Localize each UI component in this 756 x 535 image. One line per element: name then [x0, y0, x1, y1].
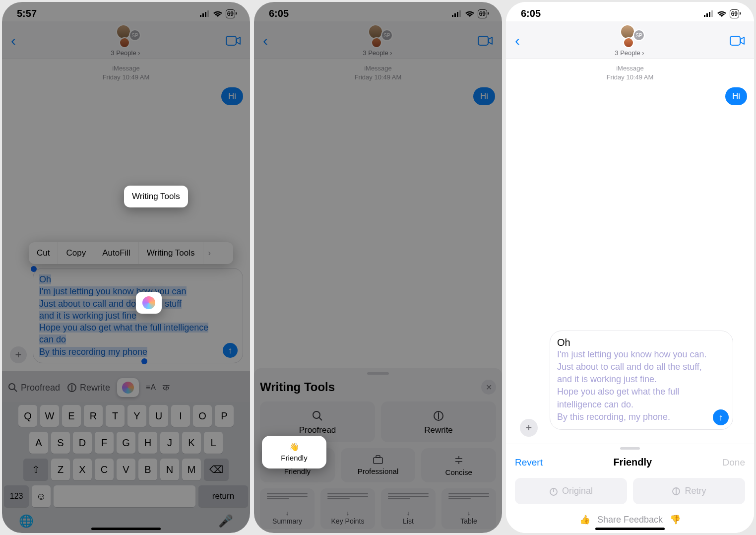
key-c[interactable]: C	[95, 459, 114, 480]
retry-button[interactable]: Retry	[633, 478, 745, 504]
svg-rect-10	[454, 13, 456, 17]
key-v[interactable]: V	[117, 459, 135, 480]
language-script-icon[interactable]: क	[163, 383, 169, 393]
selection-end-handle[interactable]	[141, 358, 147, 364]
thumbs-up-icon: 👍	[579, 514, 590, 525]
ai-swirl-icon	[122, 382, 134, 394]
svg-rect-25	[706, 13, 708, 17]
contact-header[interactable]: SP 3 People ›	[530, 24, 729, 57]
key-g[interactable]: G	[117, 432, 135, 454]
key-row-4: 123 ☺ return	[4, 485, 248, 507]
send-button[interactable]: ↑	[713, 409, 729, 425]
key-u[interactable]: U	[149, 405, 168, 427]
key-m[interactable]: M	[182, 459, 201, 480]
sheet-title: Writing Tools	[260, 380, 335, 394]
key-row-3: ⇧ Z X C V B N M ⌫	[4, 459, 248, 480]
back-button[interactable]: ‹	[11, 32, 26, 49]
key-t[interactable]: T	[106, 405, 125, 427]
tool-table[interactable]: ↓ Table	[441, 488, 496, 529]
mic-icon[interactable]: 🎤	[218, 514, 233, 528]
key-j[interactable]: J	[160, 432, 179, 454]
key-shift[interactable]: ⇧	[23, 459, 48, 480]
svg-point-14	[313, 411, 320, 418]
key-h[interactable]: H	[138, 432, 157, 454]
cell-signal-icon	[200, 10, 210, 17]
ctx-more-chevron[interactable]: ›	[203, 242, 216, 264]
sheet-grabber[interactable]	[367, 372, 389, 375]
key-e[interactable]: E	[62, 405, 81, 427]
key-y[interactable]: Y	[127, 405, 146, 427]
original-button[interactable]: Original	[515, 478, 627, 504]
wifi-icon	[465, 10, 475, 17]
wifi-icon	[213, 10, 223, 17]
key-x[interactable]: X	[73, 459, 92, 480]
sent-bubble[interactable]: Hi	[725, 87, 747, 105]
globe-icon[interactable]: 🌐	[19, 514, 34, 528]
key-s[interactable]: S	[51, 432, 70, 454]
suggest-rewrite[interactable]: Rewrite	[67, 383, 110, 393]
key-space[interactable]	[54, 485, 195, 507]
clock: 5:57	[17, 8, 37, 19]
svg-rect-27	[711, 10, 713, 17]
ai-chip-button[interactable]	[117, 378, 139, 397]
key-o[interactable]: O	[193, 405, 212, 427]
sent-bubble[interactable]: Hi	[473, 87, 495, 105]
attach-plus-button[interactable]: +	[10, 346, 27, 363]
done-button[interactable]: Done	[723, 457, 745, 468]
ctx-autofill[interactable]: AutoFill	[94, 242, 139, 264]
share-feedback[interactable]: 👍 Share Feedback 👎	[515, 514, 745, 525]
tool-rewrite[interactable]: Rewrite	[381, 401, 496, 442]
tool-list[interactable]: ↓ List	[381, 488, 436, 529]
key-f[interactable]: F	[95, 432, 114, 454]
tool-keypoints[interactable]: ↓ Key Points	[320, 488, 375, 529]
tool-summary[interactable]: ↓ Summary	[260, 488, 315, 529]
key-z[interactable]: Z	[51, 459, 70, 480]
key-i[interactable]: I	[171, 405, 190, 427]
video-call-icon[interactable]	[729, 36, 745, 46]
key-w[interactable]: W	[40, 405, 59, 427]
suggest-proofread[interactable]: Proofread	[8, 383, 60, 393]
key-r[interactable]: R	[84, 405, 103, 427]
tool-professional[interactable]: Professional	[341, 448, 416, 482]
key-return[interactable]: return	[198, 485, 248, 507]
back-button[interactable]: ‹	[263, 32, 278, 49]
contact-header[interactable]: SP 3 People ›	[278, 24, 477, 57]
key-l[interactable]: L	[204, 432, 223, 454]
thumbs-down-icon: 👎	[670, 514, 681, 525]
key-b[interactable]: B	[138, 459, 157, 480]
compose-input[interactable]: Oh I'm just letting you know how you can…	[33, 268, 243, 363]
contact-header[interactable]: SP 3 People ›	[26, 24, 225, 57]
video-call-icon[interactable]	[477, 36, 493, 46]
attach-plus-button[interactable]: +	[520, 419, 538, 437]
concise-icon	[454, 455, 464, 465]
sent-bubble[interactable]: Hi	[221, 87, 243, 105]
clock: 6:05	[521, 8, 541, 19]
revert-button[interactable]: Revert	[515, 457, 543, 468]
panel-grabber[interactable]	[620, 447, 640, 450]
key-n[interactable]: N	[160, 459, 179, 480]
selection-start-handle[interactable]	[31, 266, 37, 272]
text-size-icon[interactable]: ≡A	[146, 383, 156, 392]
key-emoji[interactable]: ☺	[32, 485, 51, 507]
key-p[interactable]: P	[215, 405, 234, 427]
key-a[interactable]: A	[29, 432, 48, 454]
ctx-copy[interactable]: Copy	[58, 242, 94, 264]
home-indicator[interactable]	[91, 528, 161, 530]
nav-header: ‹ SP 3 People ›	[2, 21, 250, 59]
back-button[interactable]: ‹	[515, 32, 530, 49]
home-indicator[interactable]	[595, 528, 665, 530]
key-k[interactable]: K	[182, 432, 201, 454]
key-backspace[interactable]: ⌫	[204, 459, 229, 480]
key-numbers[interactable]: 123	[4, 485, 29, 507]
ctx-writing-tools[interactable]: Writing Tools	[139, 242, 203, 264]
key-d[interactable]: D	[73, 432, 92, 454]
compose-input[interactable]: Oh I'm just letting you know how you can…	[550, 331, 733, 430]
ctx-cut[interactable]: Cut	[29, 242, 58, 264]
contact-count: 3 People ›	[111, 49, 140, 57]
tool-concise[interactable]: Concise	[421, 448, 496, 482]
sheet-close-button[interactable]: ✕	[481, 380, 496, 395]
video-call-icon[interactable]	[225, 36, 241, 46]
send-button[interactable]: ↑	[223, 343, 238, 358]
message-thread: iMessageFriday 10:49 AM Hi + Oh I'm just…	[506, 59, 754, 444]
key-q[interactable]: Q	[18, 405, 37, 427]
